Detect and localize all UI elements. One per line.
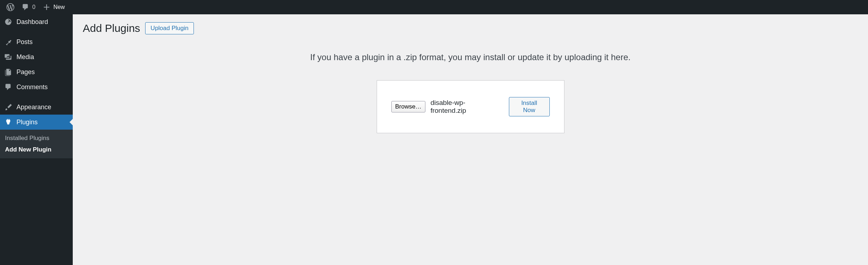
menu-separator	[0, 95, 73, 100]
upload-plugin-button[interactable]: Upload Plugin	[145, 22, 194, 34]
wp-logo-menu[interactable]	[3, 0, 18, 14]
sidebar-item-comments[interactable]: Comments	[0, 80, 73, 95]
plugins-submenu: Installed Plugins Add New Plugin	[0, 130, 73, 158]
sidebar-label: Dashboard	[16, 18, 48, 26]
main-content: Add Plugins Upload Plugin If you have a …	[73, 14, 868, 265]
comments-menu[interactable]: 0	[18, 0, 39, 14]
submenu-add-new-plugin[interactable]: Add New Plugin	[0, 144, 73, 155]
sidebar-label: Media	[16, 53, 34, 61]
admin-toolbar: 0 New	[0, 0, 868, 14]
menu-separator	[0, 29, 73, 34]
upload-help-text: If you have a plugin in a .zip format, y…	[83, 52, 858, 62]
upload-form: Browse… disable-wp-frontend.zip Install …	[377, 80, 564, 133]
media-icon	[4, 53, 12, 61]
plugin-icon	[4, 118, 12, 126]
sidebar-item-dashboard[interactable]: Dashboard	[0, 14, 73, 29]
plus-icon	[43, 3, 51, 11]
page-title: Add Plugins	[83, 22, 140, 34]
new-content-menu[interactable]: New	[39, 0, 68, 14]
install-now-button[interactable]: Install Now	[509, 97, 550, 116]
sidebar-label: Comments	[16, 83, 48, 91]
brush-icon	[4, 103, 12, 111]
pin-icon	[4, 38, 12, 46]
browse-button[interactable]: Browse…	[391, 101, 426, 112]
comment-count: 0	[32, 4, 35, 10]
sidebar-item-appearance[interactable]: Appearance	[0, 100, 73, 115]
submenu-installed-plugins[interactable]: Installed Plugins	[0, 132, 73, 144]
sidebar-label: Appearance	[16, 103, 51, 111]
dashboard-icon	[4, 18, 12, 26]
comment-icon	[22, 3, 29, 11]
selected-filename: disable-wp-frontend.zip	[430, 99, 498, 115]
sidebar-item-posts[interactable]: Posts	[0, 34, 73, 49]
sidebar-label: Pages	[16, 68, 35, 76]
sidebar-item-plugins[interactable]: Plugins	[0, 115, 73, 130]
sidebar-item-pages[interactable]: Pages	[0, 64, 73, 80]
wordpress-icon	[6, 3, 14, 11]
new-content-label: New	[53, 4, 65, 10]
admin-sidebar: Dashboard Posts Media Pages Comments App…	[0, 14, 73, 265]
sidebar-item-media[interactable]: Media	[0, 49, 73, 64]
pages-icon	[4, 68, 12, 76]
page-header: Add Plugins Upload Plugin	[83, 22, 858, 34]
sidebar-label: Posts	[16, 38, 33, 46]
comment-icon	[4, 83, 12, 91]
sidebar-label: Plugins	[16, 119, 38, 126]
